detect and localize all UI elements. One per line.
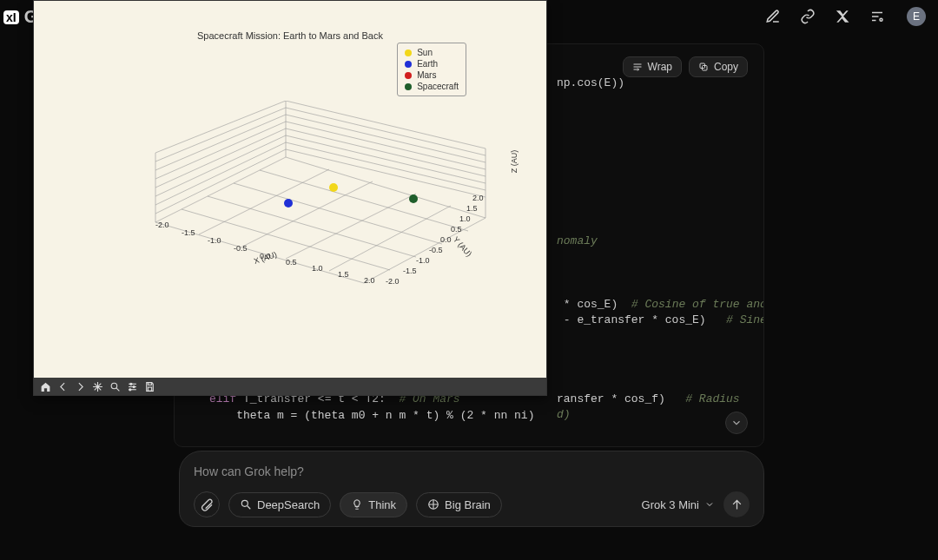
x-tick: 0.5	[286, 258, 297, 267]
think-label: Think	[368, 498, 396, 511]
legend-label: Spacecraft	[417, 81, 459, 92]
attach-button[interactable]	[194, 491, 220, 517]
svg-point-44	[129, 383, 131, 385]
point-earth	[284, 199, 293, 208]
legend-label: Mars	[417, 69, 436, 81]
bigbrain-label: Big Brain	[445, 498, 491, 511]
y-tick: 1.0	[459, 214, 471, 223]
bigbrain-chip[interactable]: Big Brain	[416, 492, 502, 517]
sort-icon[interactable]	[869, 8, 886, 25]
x-tick: 1.5	[338, 270, 349, 279]
svg-line-50	[248, 506, 251, 510]
svg-point-46	[129, 388, 130, 390]
svg-line-26	[155, 115, 286, 170]
svg-line-31	[155, 149, 286, 214]
x-tick: 2.0	[364, 276, 375, 285]
svg-line-24	[286, 101, 486, 148]
compose-icon[interactable]	[764, 8, 782, 25]
svg-rect-47	[148, 382, 151, 385]
y-tick: 0.0	[440, 235, 452, 244]
y-tick: -1.5	[403, 267, 417, 275]
x-icon[interactable]	[834, 8, 851, 25]
configure-icon[interactable]	[124, 379, 140, 394]
legend-label: Sun	[417, 47, 433, 58]
legend-label: Earth	[417, 58, 438, 69]
matplotlib-toolbar	[34, 378, 546, 395]
svg-line-18	[329, 206, 451, 271]
svg-line-38	[286, 149, 486, 197]
collapse-code-button[interactable]	[725, 412, 748, 434]
deepsearch-chip[interactable]: DeepSearch	[228, 492, 331, 517]
plot-title: Spacecraft Mission: Earth to Mars and Ba…	[34, 30, 546, 41]
svg-line-28	[155, 128, 286, 188]
x-tick: 1.0	[312, 264, 323, 273]
svg-line-35	[286, 128, 486, 176]
deepsearch-label: DeepSearch	[257, 498, 320, 511]
z-axis-label: Z (AU)	[510, 150, 519, 174]
link-icon[interactable]	[799, 8, 816, 25]
zoom-icon[interactable]	[107, 379, 122, 394]
top-header: E	[764, 7, 926, 26]
svg-line-32	[286, 108, 486, 155]
x-tick: -2.0	[155, 221, 169, 229]
forward-icon[interactable]	[72, 379, 88, 394]
pan-icon[interactable]	[89, 379, 105, 394]
x-tick: -0.5	[234, 244, 248, 253]
svg-line-23	[155, 101, 286, 153]
y-tick: -2.0	[386, 277, 400, 286]
svg-line-17	[286, 194, 416, 259]
avatar[interactable]: E	[907, 7, 926, 26]
legend-marker-earth	[405, 61, 412, 68]
svg-line-14	[155, 157, 286, 222]
legend-marker-mars	[405, 72, 412, 79]
svg-line-11	[234, 183, 442, 244]
point-sun	[329, 183, 338, 192]
svg-rect-48	[148, 387, 151, 391]
svg-line-27	[155, 122, 286, 179]
model-label: Grok 3 Mini	[642, 498, 699, 511]
y-tick: -0.5	[429, 246, 443, 254]
svg-line-30	[155, 142, 286, 205]
svg-line-15	[199, 169, 329, 234]
model-selector[interactable]: Grok 3 Mini	[642, 498, 715, 511]
chat-input-toolbar: DeepSearch Think Big Brain Grok 3 Mini	[194, 491, 750, 517]
legend-marker-spacecraft	[405, 83, 412, 90]
plot-canvas: Spacecraft Mission: Earth to Mars and Ba…	[34, 1, 546, 378]
logo-badge: xI	[3, 10, 19, 24]
svg-line-40	[116, 388, 119, 391]
plot-legend: Sun Earth Mars Spacecraft	[397, 43, 466, 96]
x-tick: -1.5	[182, 228, 195, 237]
send-button[interactable]	[723, 491, 750, 517]
y-tick: 2.0	[472, 194, 484, 202]
code-fragment-right: np.cos(E)) nomaly * cos_E) # Cosine of t…	[557, 60, 764, 439]
svg-point-45	[133, 385, 135, 387]
save-icon[interactable]	[142, 379, 157, 394]
x-tick: -1.0	[208, 236, 221, 245]
home-icon[interactable]	[37, 379, 53, 394]
think-chip[interactable]: Think	[340, 492, 407, 517]
y-tick: 0.5	[451, 225, 462, 234]
back-icon[interactable]	[55, 379, 70, 394]
y-tick: -1.0	[416, 256, 430, 265]
svg-point-49	[241, 500, 248, 506]
svg-line-33	[286, 115, 486, 162]
legend-marker-sun	[405, 49, 412, 56]
svg-line-25	[155, 108, 286, 161]
svg-line-29	[155, 135, 286, 196]
y-tick: 1.5	[466, 204, 478, 213]
matplotlib-window: Spacecraft Mission: Earth to Mars and Ba…	[33, 0, 547, 396]
svg-line-34	[286, 122, 486, 169]
svg-point-3	[880, 18, 882, 21]
chat-input[interactable]	[194, 464, 750, 478]
chevron-down-icon	[704, 499, 715, 510]
svg-point-39	[111, 383, 117, 389]
chat-input-area: DeepSearch Think Big Brain Grok 3 Mini	[179, 451, 764, 527]
point-spacecraft	[409, 194, 418, 203]
